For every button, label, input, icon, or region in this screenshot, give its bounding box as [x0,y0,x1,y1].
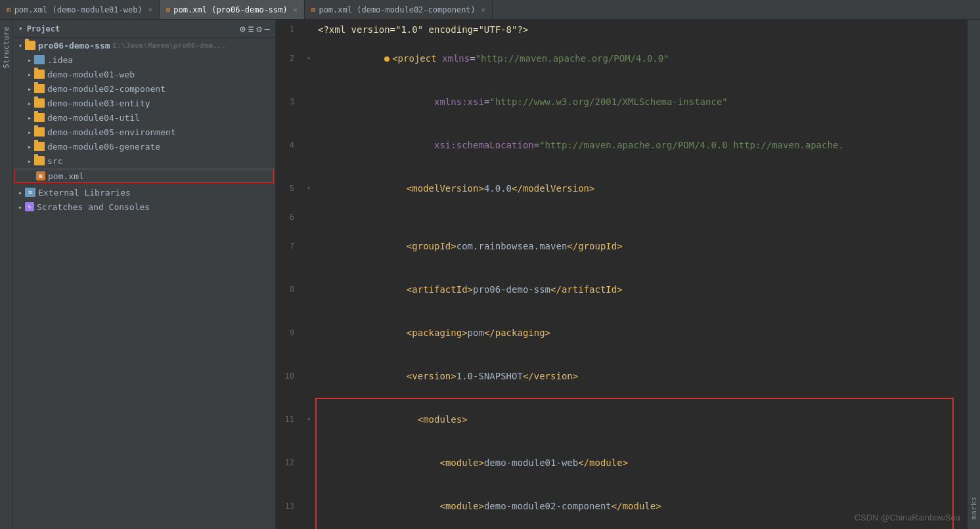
marks-panel: marks [967,20,980,529]
tab-pom-module01[interactable]: m pom.xml (demo-module01-web) ✕ [0,0,160,19]
external-label: External Libraries [38,188,131,198]
line-content-3: xmlns:xsi="http://www.w3.org/2001/XMLSch… [315,80,967,123]
mod01-folder-icon [34,70,45,79]
scratches-arrow [16,203,25,211]
pom-file-icon: m [36,171,45,180]
mod01-label: demo-module01-web [47,70,135,79]
sidebar-toolbar: ⊙ ≡ ⚙ — [240,24,270,34]
scratches-icon: ✎ [25,202,34,211]
structure-panel: Structure [0,20,13,529]
tab-pom-pro06[interactable]: m pom.xml (pro06-demo-ssm) ✕ [160,0,305,19]
line-num-12: 12 [276,455,302,470]
tree-item-mod04[interactable]: demo-module04-util [13,110,275,125]
collapse-icon[interactable]: ≡ [248,24,254,34]
line-7: 7 <groupId>com.rainbowsea.maven</groupId… [276,224,967,268]
tree-item-mod03[interactable]: demo-module03-entity [13,96,275,110]
tree-item-mod05[interactable]: demo-module05-environment [13,125,275,139]
line-num-11: 11 [276,412,302,427]
line-num-4: 4 [276,138,302,152]
fold-2[interactable]: ▾ [302,51,315,66]
line-content-11: <modules> [315,398,967,441]
tree-item-scratches[interactable]: ✎ Scratches and Consoles [13,200,275,214]
src-folder-icon [34,156,45,165]
fold-5[interactable]: ▾ [302,181,315,196]
line-13: 13 <module>demo-module02-component</modu… [276,484,967,528]
tab-icon-3: m [311,5,316,14]
line-10: 10 <version>1.0-SNAPSHOT</version> [276,354,967,398]
root-path: E:\Java\Maven\pro06-dem... [113,41,226,50]
src-label: src [47,156,62,166]
line-6: 6 [276,210,967,224]
editor-content[interactable]: 1 <?xml version="1.0" encoding="UTF-8"?>… [276,20,967,529]
mod05-label: demo-module05-environment [47,127,176,137]
line-num-7: 7 [276,239,302,253]
mod06-label: demo-module06-generate [47,142,160,152]
mod02-arrow [25,85,34,93]
line-8: 8 <artifactId>pro06-demo-ssm</artifactId… [276,268,967,311]
tab-icon-2: m [166,5,171,14]
line-3: 3 xmlns:xsi="http://www.w3.org/2001/XMLS… [276,80,967,123]
close-sidebar-icon[interactable]: — [265,24,270,34]
tree-item-pom[interactable]: m pom.xml [14,169,274,183]
yellow-dot-line2 [384,56,390,62]
tab-label-2: pom.xml (pro06-demo-ssm) [173,5,287,14]
line-content-12: <module>demo-module01-web</module> [315,441,967,484]
tab-close-3[interactable]: ✕ [481,6,485,13]
tab-icon-1: m [7,5,11,14]
mod06-folder-icon [34,142,45,151]
mod03-label: demo-module03-entity [47,98,150,108]
marks-label: marks [968,494,979,522]
locate-icon[interactable]: ⊙ [240,24,245,34]
line-num-1: 1 [276,22,302,37]
scratches-label: Scratches and Consoles [37,202,150,212]
mod03-folder-icon [34,98,45,108]
line-content-1: <?xml version="1.0" encoding="UTF-8"?> [315,22,967,37]
mod04-label: demo-module04-util [47,113,140,123]
modules-section: 11 ▾ <modules> 12 <module>demo-module01-… [276,398,967,529]
sidebar-title: Project [27,24,60,33]
tab-bar: m pom.xml (demo-module01-web) ✕ m pom.xm… [0,0,980,20]
mod04-folder-icon [34,113,45,122]
line-content-7: <groupId>com.rainbowsea.maven</groupId> [315,224,967,268]
idea-folder-icon [34,55,45,64]
tab-pom-module02[interactable]: m pom.xml (demo-module02-component) ✕ [305,0,493,19]
external-arrow [16,189,25,196]
mod02-folder-icon [34,84,45,93]
tab-label-3: pom.xml (demo-module02-component) [319,5,475,14]
tab-close-1[interactable]: ✕ [148,6,152,13]
fold-11[interactable]: ▾ [302,412,315,427]
tree-item-src[interactable]: src [13,154,275,168]
tab-label-1: pom.xml (demo-module01-web) [14,5,143,14]
idea-arrow [25,56,34,64]
line-2: 2 ▾ <project xmlns="http://maven.apache.… [276,37,967,80]
line-11: 11 ▾ <modules> [276,398,967,441]
options-icon[interactable]: ⚙ [256,24,261,34]
src-arrow [25,158,34,165]
line-content-4: xsi:schemaLocation="http://maven.apache.… [315,123,967,167]
tree-item-mod02[interactable]: demo-module02-component [13,81,275,96]
line-content-8: <artifactId>pro06-demo-ssm</artifactId> [315,268,967,311]
line-num-6: 6 [276,210,302,224]
tree-root[interactable]: pro06-demo-ssm E:\Java\Maven\pro06-dem..… [13,38,275,53]
line-num-5: 5 [276,181,302,196]
mod06-arrow [25,143,34,150]
root-folder-icon [25,41,35,50]
mod01-arrow [25,71,34,78]
mod04-arrow [25,114,34,121]
line-num-10: 10 [276,369,302,383]
pom-label: pom.xml [48,171,84,181]
line-content-2: <project xmlns="http://maven.apache.org/… [315,37,967,80]
tree-item-external[interactable]: ≡ External Libraries [13,185,275,200]
tab-close-2[interactable]: ✕ [294,6,298,13]
line-num-9: 9 [276,326,302,340]
tree-item-mod06[interactable]: demo-module06-generate [13,139,275,154]
idea-label: .idea [47,55,73,65]
line-num-13: 13 [276,499,302,513]
dropdown-arrow: ▾ [18,24,23,33]
project-sidebar: ▾ Project ⊙ ≡ ⚙ — pro06-demo-ssm E:\Java… [13,20,276,529]
tree-item-idea[interactable]: .idea [13,53,275,67]
line-num-3: 3 [276,95,302,109]
tree-item-mod01[interactable]: demo-module01-web [13,67,275,81]
structure-label[interactable]: Structure [1,24,12,71]
line-5: 5 ▾ <modelVersion>4.0.0</modelVersion> [276,167,967,210]
